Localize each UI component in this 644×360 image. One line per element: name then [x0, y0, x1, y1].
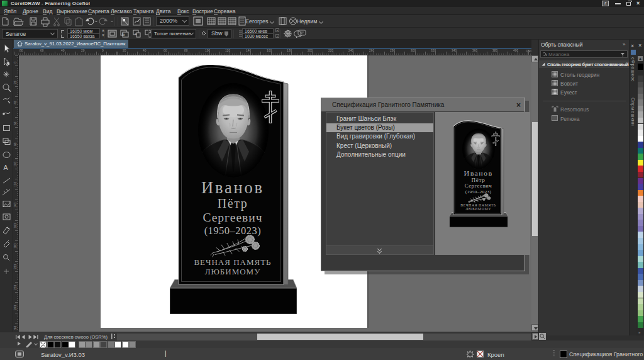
svg-text:Пётр: Пётр: [471, 177, 485, 183]
svg-text:(1950–2023): (1950–2023): [204, 225, 262, 237]
svg-text:ЛЮБИМОМУ: ЛЮБИМОМУ: [205, 267, 261, 276]
svg-text:Пётр: Пётр: [218, 196, 248, 211]
svg-text:Сергеевич: Сергеевич: [203, 211, 262, 224]
svg-text:Сергеевич: Сергеевич: [465, 183, 492, 189]
svg-text:ВЕЧНАЯ ПАМЯТЬ: ВЕЧНАЯ ПАМЯТЬ: [460, 203, 496, 207]
svg-text:ВЕЧНАЯ ПАМЯТЬ: ВЕЧНАЯ ПАМЯТЬ: [194, 257, 271, 267]
svg-text:Б: Б: [122, 32, 125, 37]
svg-text:ЛЮБИМОМУ: ЛЮБИМОМУ: [465, 207, 491, 211]
svg-text:(1950–2023): (1950–2023): [465, 189, 492, 194]
svg-text:Иванов: Иванов: [201, 178, 264, 197]
svg-text:A: A: [4, 164, 8, 171]
svg-text:Иванов: Иванов: [464, 169, 493, 177]
